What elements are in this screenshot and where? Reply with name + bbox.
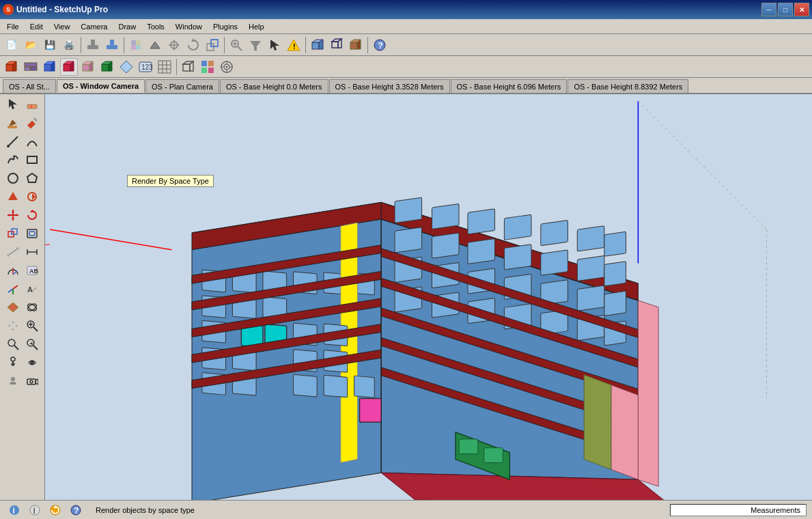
walk-tool[interactable] [4, 354, 22, 371]
svg-marker-62 [190, 61, 193, 71]
svg-marker-87 [12, 210, 14, 212]
warning-icon[interactable]: ! [285, 36, 303, 54]
axis-tool[interactable] [4, 280, 22, 298]
menu-tools[interactable]: Tools [141, 21, 170, 32]
scale-lt[interactable] [4, 225, 22, 242]
offset-tool[interactable] [23, 225, 41, 242]
previous-view[interactable]: ◄ [23, 335, 41, 353]
tab-window-camera[interactable]: OS - Window Camera [57, 79, 145, 93]
target-tool[interactable] [218, 58, 236, 76]
svg-marker-20 [270, 40, 279, 51]
red-cube-tool[interactable] [60, 58, 78, 76]
section-plane-tool[interactable] [4, 298, 22, 316]
blue-cube-tool[interactable] [41, 58, 59, 76]
print-button[interactable]: 🖨️ [60, 36, 78, 54]
menu-window[interactable]: Window [170, 21, 208, 32]
minimize-button[interactable]: ─ [761, 3, 776, 16]
protractor-tool[interactable] [4, 262, 22, 279]
diamond-tool[interactable] [117, 58, 135, 76]
svg-text:?: ? [74, 506, 79, 516]
3d-view3[interactable] [347, 36, 365, 54]
help-button[interactable]: ? [371, 36, 389, 54]
tab-base-height-3[interactable]: OS - Base Height 3.3528 Meters [329, 79, 450, 93]
3d-view2[interactable] [328, 36, 346, 54]
freehand-tool[interactable] [4, 151, 22, 169]
arc-tool[interactable] [23, 132, 41, 150]
menu-file[interactable]: File [1, 21, 25, 32]
maximize-button[interactable]: □ [778, 3, 793, 16]
dimension-tool[interactable] [23, 243, 41, 261]
save-button[interactable]: 💾 [41, 36, 59, 54]
svg-rect-43 [64, 64, 70, 71]
line-tool[interactable] [4, 132, 22, 150]
push-pull-button[interactable] [146, 36, 164, 54]
position-camera[interactable] [4, 372, 22, 390]
zoom-button[interactable] [227, 36, 245, 54]
green-cube-tool[interactable] [98, 58, 116, 76]
close-button[interactable]: ✕ [794, 3, 809, 16]
dropper-tool[interactable] [23, 114, 41, 132]
rotate-button[interactable] [184, 36, 202, 54]
menu-bar: File Edit View Camera Draw Tools Window … [0, 19, 812, 34]
tab-plan-camera[interactable]: OS - Plan Camera [145, 79, 219, 93]
secondary-toolbar: 123 [0, 56, 812, 78]
tab-all-st[interactable]: OS - All St... [3, 79, 56, 93]
filter-button[interactable] [247, 36, 264, 54]
menu-help[interactable]: Help [243, 21, 270, 32]
3d-view1[interactable] [309, 36, 326, 54]
measurements-box[interactable]: Measurements [670, 504, 807, 516]
zoom-extents[interactable] [4, 335, 22, 353]
grid-tool[interactable] [156, 58, 173, 76]
zoom-lt[interactable] [23, 317, 41, 335]
help-status-icon[interactable]: ? [67, 501, 85, 519]
brick-tool[interactable] [22, 58, 40, 76]
menu-plugins[interactable]: Plugins [208, 21, 243, 32]
cube-tool[interactable] [3, 58, 20, 76]
paint-tool[interactable] [4, 114, 22, 132]
components-button[interactable] [127, 36, 145, 54]
polygon-tool[interactable] [23, 169, 41, 187]
scale-button[interactable] [204, 36, 221, 54]
move-lt[interactable] [4, 206, 22, 224]
upload-button1[interactable] [84, 36, 102, 54]
new-button[interactable]: 📄 [3, 36, 20, 54]
tab-base-height-6[interactable]: OS - Base Height 6.096 Meters [451, 79, 568, 93]
rect-tool[interactable] [23, 151, 41, 169]
select-tool[interactable] [4, 96, 22, 113]
refresh-icon[interactable] [46, 501, 64, 519]
open-button[interactable]: 📂 [22, 36, 40, 54]
viewport[interactable]: Render By Space Type [45, 94, 812, 500]
number-tool[interactable]: 123 [137, 58, 154, 76]
look-around[interactable] [23, 354, 41, 371]
text-tool[interactable]: ABD [23, 262, 41, 279]
svg-text:A: A [27, 285, 33, 294]
follow-me-tool[interactable] [23, 188, 41, 206]
upload-button2[interactable] [103, 36, 121, 54]
orbit-tool[interactable] [23, 298, 41, 316]
svg-marker-128 [36, 379, 38, 384]
tape-tool[interactable] [4, 243, 22, 261]
info-icon2[interactable]: i [26, 501, 44, 519]
circle-tool[interactable] [4, 169, 22, 187]
pink-cube-tool[interactable] [79, 58, 97, 76]
advanced-camera[interactable] [23, 372, 41, 390]
menu-draw[interactable]: Draw [113, 21, 141, 32]
tab-base-height-0[interactable]: OS - Base Height 0.0 Meters [220, 79, 328, 93]
move-button[interactable] [165, 36, 183, 54]
svg-line-115 [33, 327, 38, 331]
pan-tool[interactable] [4, 317, 22, 335]
menu-camera[interactable]: Camera [75, 21, 113, 32]
cube-outline-tool[interactable] [180, 58, 197, 76]
tab-base-height-8[interactable]: OS - Base Height 8.8392 Meters [568, 79, 688, 93]
3d-text-tool[interactable]: A [23, 280, 41, 298]
rotate-lt[interactable] [23, 206, 41, 224]
eraser-tool[interactable] [23, 96, 41, 113]
select-button[interactable] [266, 36, 283, 54]
push-pull-lt[interactable] [4, 188, 22, 206]
window-controls: ─ □ ✕ [761, 3, 809, 16]
pattern-tool[interactable] [199, 58, 216, 76]
menu-edit[interactable]: Edit [25, 21, 48, 32]
info-icon[interactable]: i [5, 501, 23, 519]
menu-view[interactable]: View [48, 21, 76, 32]
svg-point-97 [7, 254, 10, 257]
